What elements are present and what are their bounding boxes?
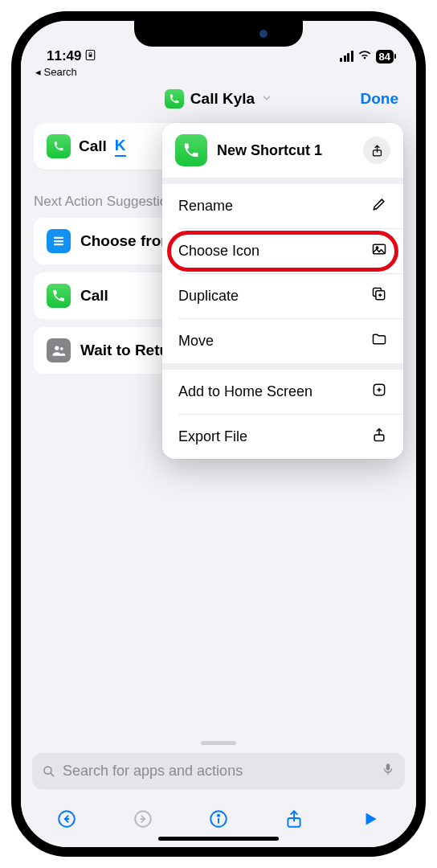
breadcrumb[interactable]: ◂ Search [21, 66, 416, 81]
menu-label: Duplicate [178, 288, 239, 305]
menu-label: Choose Icon [178, 243, 259, 260]
notch [134, 21, 303, 47]
play-button[interactable] [357, 805, 384, 833]
menu-label: Export File [178, 428, 247, 445]
battery-icon: 84 [376, 50, 394, 63]
phone-icon [47, 284, 71, 308]
sheet-grabber[interactable] [201, 741, 236, 745]
action-verb: Call [79, 137, 107, 155]
search-icon [42, 764, 56, 779]
svg-point-13 [44, 767, 51, 774]
duplicate-icon [371, 286, 387, 306]
svg-rect-1 [89, 55, 92, 57]
share-button[interactable] [280, 805, 308, 833]
search-placeholder: Search for apps and actions [63, 763, 243, 780]
menu-move[interactable]: Move [162, 319, 403, 363]
mic-icon[interactable] [381, 762, 395, 780]
action-param[interactable]: K [115, 137, 126, 157]
done-button[interactable]: Done [361, 90, 399, 108]
menu-label: Rename [178, 198, 233, 215]
suggestion-label: Call [80, 287, 108, 305]
menu-icon [47, 229, 71, 253]
phone-icon [165, 89, 184, 108]
page-title[interactable]: Call Kyla [190, 90, 255, 108]
menu-add-home[interactable]: Add to Home Screen [162, 370, 403, 414]
phone-icon [175, 134, 207, 166]
svg-rect-3 [54, 240, 63, 242]
photo-icon [371, 241, 387, 261]
contacts-icon [47, 338, 71, 362]
menu-label: Add to Home Screen [178, 383, 312, 400]
home-indicator[interactable] [158, 837, 279, 841]
svg-rect-14 [386, 764, 390, 770]
folder-icon [371, 331, 387, 351]
svg-rect-12 [374, 435, 384, 441]
svg-point-5 [55, 346, 59, 350]
info-button[interactable] [205, 805, 232, 833]
menu-choose-icon[interactable]: Choose Icon [162, 229, 403, 273]
search-input[interactable]: Search for apps and actions [32, 753, 405, 789]
redo-button[interactable] [129, 805, 157, 833]
rotation-lock-icon [84, 49, 96, 63]
phone-icon [47, 134, 71, 158]
menu-export[interactable]: Export File [162, 415, 403, 459]
popover-title: New Shortcut 1 [217, 142, 353, 159]
context-menu: New Shortcut 1 Rename Choose Icon [162, 123, 403, 459]
menu-label: Move [178, 333, 214, 350]
export-icon [371, 427, 387, 447]
pencil-icon [371, 196, 387, 216]
svg-rect-2 [54, 237, 63, 239]
svg-rect-4 [54, 244, 63, 245]
wifi-icon [357, 48, 372, 64]
menu-rename[interactable]: Rename [162, 184, 403, 228]
add-home-icon [371, 382, 387, 402]
status-time: 11:49 [47, 48, 81, 64]
chevron-down-icon[interactable] [261, 90, 272, 108]
navbar: Call Kyla Done [21, 81, 416, 123]
phone-frame: 11:49 84 ◂ Search Call Kyla [11, 11, 426, 857]
share-button[interactable] [363, 137, 390, 164]
svg-point-6 [60, 347, 63, 350]
svg-point-18 [218, 815, 219, 817]
undo-button[interactable] [53, 805, 80, 833]
menu-duplicate[interactable]: Duplicate [162, 274, 403, 318]
cellular-icon [340, 51, 353, 62]
